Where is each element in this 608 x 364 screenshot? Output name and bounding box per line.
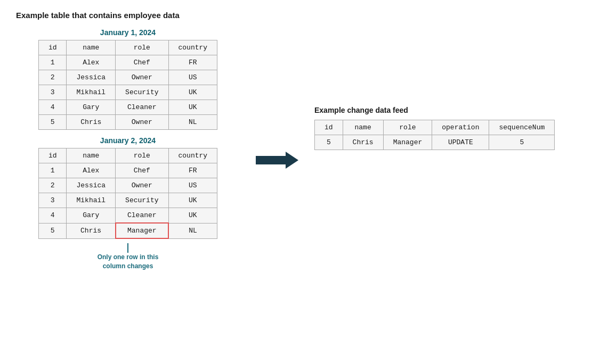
table2-title: January 2, 2024: [100, 136, 156, 145]
svg-marker-0: [256, 152, 298, 169]
cell-country: US: [168, 70, 217, 85]
cdc-table: id name role operation sequenceNum 5 Chr…: [314, 120, 555, 150]
page-container: Example table that contains employee dat…: [0, 0, 608, 282]
table-header-role: role: [116, 40, 168, 55]
table-row: 3 Mikhail Security UK: [38, 193, 217, 208]
cell-id: 1: [38, 55, 67, 70]
table-row: 4 Gary Cleaner UK: [38, 208, 217, 224]
table-header-id: id: [38, 148, 67, 163]
cell-role: Owner: [116, 70, 168, 85]
cell-country: FR: [168, 55, 217, 70]
cdc-cell-name: Chris: [343, 135, 383, 150]
cell-role: Cleaner: [116, 100, 168, 115]
cdc-cell-id: 5: [315, 135, 343, 150]
annotation-arrow: [127, 243, 128, 253]
table-row: id name role country: [38, 148, 217, 163]
cell-id: 3: [38, 193, 67, 208]
table-row: 5 Chris Manager UPDATE 5: [315, 135, 555, 150]
table-row: 2 Jessica Owner US: [38, 178, 217, 193]
cell-name: Jessica: [67, 178, 116, 193]
content-area: January 1, 2024 id name role country 1 A…: [16, 28, 592, 271]
annotation-area: Only one row in this column changes: [91, 243, 165, 271]
cell-name: Chris: [67, 223, 116, 238]
table1-title: January 1, 2024: [100, 28, 156, 37]
cell-name: Gary: [67, 100, 116, 115]
cell-country: UK: [168, 208, 217, 224]
annotation-text: Only one row in this column changes: [91, 253, 165, 271]
right-section: Example change data feed id name role op…: [314, 106, 555, 150]
cell-country: FR: [168, 163, 217, 178]
cell-name: Mikhail: [67, 85, 116, 100]
table-header-country: country: [168, 148, 217, 163]
cdc-header-id: id: [315, 120, 343, 135]
table-header-role: role: [116, 148, 168, 163]
cell-id: 5: [38, 115, 67, 130]
cell-id: 5: [38, 223, 67, 238]
table-header-id: id: [38, 40, 67, 55]
table-header-country: country: [168, 40, 217, 55]
cell-role: Security: [116, 193, 168, 208]
cdc-header-operation: operation: [432, 120, 489, 135]
cell-role: Chef: [116, 163, 168, 178]
cdc-cell-operation: UPDATE: [432, 135, 489, 150]
cell-name: Mikhail: [67, 193, 116, 208]
cell-country: UK: [168, 193, 217, 208]
cell-id: 1: [38, 163, 67, 178]
cell-id: 2: [38, 70, 67, 85]
table-row: id name role country: [38, 40, 217, 55]
cell-id: 3: [38, 85, 67, 100]
cell-id: 4: [38, 100, 67, 115]
cell-role: Chef: [116, 55, 168, 70]
table-row: 1 Alex Chef FR: [38, 163, 217, 178]
cdc-header-sequencenum: sequenceNum: [489, 120, 555, 135]
table-row: 3 Mikhail Security UK: [38, 85, 217, 100]
cell-id: 4: [38, 208, 67, 224]
left-section: January 1, 2024 id name role country 1 A…: [16, 28, 240, 271]
cdc-cell-role: Manager: [383, 135, 432, 150]
cell-role-highlighted: Manager: [116, 223, 168, 238]
table-row: 1 Alex Chef FR: [38, 55, 217, 70]
cell-role: Security: [116, 85, 168, 100]
cell-country: UK: [168, 85, 217, 100]
table-header-name: name: [67, 148, 116, 163]
cell-name: Alex: [67, 163, 116, 178]
cell-role: Owner: [116, 115, 168, 130]
cell-role: Cleaner: [116, 208, 168, 224]
table-row: 5 Chris Manager NL: [38, 223, 217, 238]
table-row: 4 Gary Cleaner UK: [38, 100, 217, 115]
cdc-header-name: name: [343, 120, 383, 135]
cell-role: Owner: [116, 178, 168, 193]
cell-country: NL: [168, 223, 217, 238]
table1-group: January 1, 2024 id name role country 1 A…: [16, 28, 240, 130]
main-title: Example table that contains employee dat…: [16, 11, 592, 20]
table1: id name role country 1 Alex Chef FR: [38, 40, 217, 130]
cell-country: US: [168, 178, 217, 193]
cell-name: Alex: [67, 55, 116, 70]
cell-country: NL: [168, 115, 217, 130]
cdc-header-role: role: [383, 120, 432, 135]
cdc-title: Example change data feed: [314, 106, 408, 114]
arrow-section: [250, 128, 304, 171]
table-row: 2 Jessica Owner US: [38, 70, 217, 85]
table2: id name role country 1 Alex Chef FR: [38, 148, 217, 239]
table-row: id name role operation sequenceNum: [315, 120, 555, 135]
cell-id: 2: [38, 178, 67, 193]
cell-name: Chris: [67, 115, 116, 130]
cell-country: UK: [168, 100, 217, 115]
table-header-name: name: [67, 40, 116, 55]
right-arrow-icon: [256, 150, 298, 171]
cell-name: Jessica: [67, 70, 116, 85]
cell-name: Gary: [67, 208, 116, 224]
table2-group: January 2, 2024 id name role country 1 A…: [16, 136, 240, 271]
table-row: 5 Chris Owner NL: [38, 115, 217, 130]
cdc-cell-sequencenum: 5: [489, 135, 555, 150]
